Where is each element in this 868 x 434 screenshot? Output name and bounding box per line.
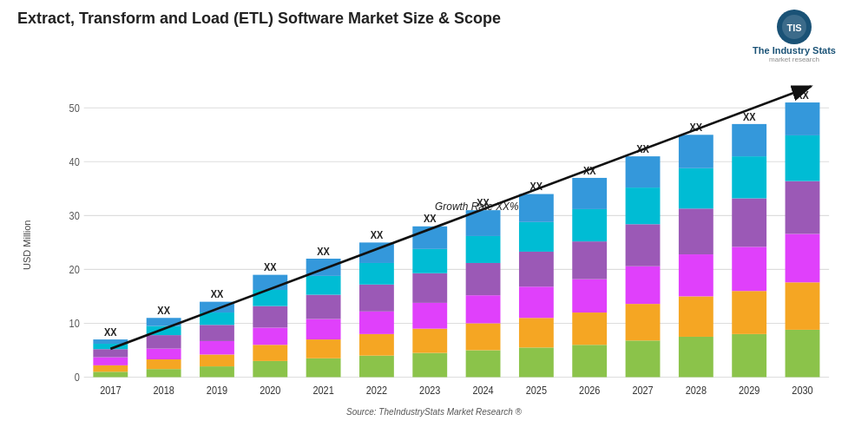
- svg-text:50: 50: [69, 102, 80, 114]
- svg-text:2019: 2019: [207, 385, 227, 397]
- svg-rect-97: [626, 266, 661, 304]
- svg-rect-113: [732, 247, 766, 291]
- svg-text:10: 10: [69, 318, 80, 329]
- svg-rect-15: [93, 372, 128, 377]
- svg-text:XX: XX: [371, 230, 384, 241]
- svg-rect-116: [732, 124, 766, 156]
- svg-rect-74: [466, 263, 501, 295]
- svg-rect-55: [359, 356, 394, 378]
- svg-rect-112: [732, 291, 766, 334]
- svg-rect-48: [306, 339, 341, 358]
- svg-rect-71: [466, 350, 501, 377]
- svg-text:2022: 2022: [366, 385, 387, 397]
- chart-title: Extract, Transform and Load (ETL) Softwa…: [17, 9, 729, 29]
- page: Extract, Transform and Load (ETL) Softwa…: [0, 0, 868, 434]
- y-axis-label: USD Million: [17, 67, 36, 405]
- svg-rect-79: [519, 347, 554, 377]
- svg-rect-121: [786, 233, 820, 282]
- svg-rect-72: [466, 323, 501, 350]
- svg-rect-24: [147, 359, 181, 369]
- svg-text:2024: 2024: [472, 385, 494, 397]
- svg-text:20: 20: [69, 264, 80, 275]
- svg-rect-92: [572, 178, 607, 209]
- svg-rect-44: [253, 275, 287, 290]
- svg-rect-41: [253, 327, 287, 345]
- svg-rect-103: [679, 337, 713, 378]
- svg-rect-107: [679, 168, 713, 209]
- svg-text:XX: XX: [157, 305, 170, 316]
- svg-rect-58: [359, 285, 394, 312]
- svg-text:30: 30: [69, 210, 80, 221]
- svg-rect-90: [572, 241, 607, 279]
- source-text: Source: TheIndustryStats Market Research…: [17, 407, 851, 417]
- svg-rect-31: [200, 366, 234, 377]
- svg-rect-50: [306, 295, 341, 319]
- svg-text:TIS: TIS: [786, 23, 801, 33]
- svg-text:2030: 2030: [792, 385, 812, 397]
- svg-text:2023: 2023: [419, 385, 440, 397]
- svg-text:2029: 2029: [739, 385, 760, 397]
- svg-rect-83: [519, 222, 554, 252]
- svg-text:2028: 2028: [686, 385, 707, 397]
- svg-rect-34: [200, 325, 234, 341]
- svg-rect-124: [786, 102, 820, 135]
- logo-name: The Industry Stats: [753, 45, 836, 56]
- header-row: Extract, Transform and Load (ETL) Softwa…: [17, 9, 851, 63]
- svg-text:XX: XX: [264, 262, 277, 273]
- svg-rect-108: [679, 135, 713, 168]
- svg-text:XX: XX: [743, 111, 756, 122]
- svg-rect-82: [519, 252, 554, 286]
- logo-icon: TIS: [776, 9, 812, 45]
- svg-text:2018: 2018: [154, 385, 174, 397]
- svg-text:40: 40: [69, 156, 80, 168]
- svg-rect-47: [306, 358, 341, 378]
- svg-rect-33: [200, 341, 234, 355]
- svg-rect-75: [466, 236, 501, 263]
- svg-rect-80: [519, 318, 554, 347]
- svg-rect-18: [93, 349, 128, 357]
- svg-text:2020: 2020: [260, 385, 280, 397]
- svg-rect-51: [306, 276, 341, 295]
- svg-text:XX: XX: [104, 326, 117, 338]
- svg-rect-120: [786, 282, 820, 330]
- svg-text:XX: XX: [211, 289, 224, 300]
- svg-text:2021: 2021: [312, 385, 333, 397]
- svg-rect-89: [572, 279, 607, 312]
- svg-rect-25: [147, 349, 181, 359]
- svg-rect-65: [412, 303, 447, 329]
- svg-rect-100: [626, 156, 661, 187]
- svg-rect-105: [679, 254, 713, 296]
- svg-rect-99: [626, 187, 661, 224]
- svg-rect-123: [786, 135, 820, 181]
- svg-rect-16: [93, 365, 128, 372]
- svg-rect-87: [572, 345, 607, 377]
- logo-area: TIS The Industry Stats market research: [738, 9, 851, 63]
- chart-area: USD Million 01020304050XX2017XX2018XX201…: [17, 67, 851, 405]
- svg-text:2027: 2027: [632, 385, 653, 397]
- svg-rect-106: [679, 208, 713, 254]
- svg-text:XX: XX: [317, 246, 330, 257]
- svg-rect-40: [253, 345, 287, 361]
- chart-plot: 01020304050XX2017XX2018XX2019XX2020XX202…: [45, 67, 846, 405]
- svg-rect-49: [306, 319, 341, 339]
- svg-rect-32: [200, 354, 234, 366]
- svg-rect-81: [519, 286, 554, 318]
- svg-rect-23: [147, 369, 181, 377]
- svg-text:2017: 2017: [100, 385, 121, 397]
- svg-rect-122: [786, 181, 820, 234]
- svg-rect-26: [147, 335, 181, 349]
- svg-rect-67: [412, 249, 447, 273]
- svg-text:2025: 2025: [526, 385, 547, 397]
- svg-rect-119: [786, 330, 820, 378]
- svg-rect-95: [626, 340, 661, 377]
- svg-text:XX: XX: [424, 214, 437, 225]
- svg-rect-104: [679, 296, 713, 337]
- chart-svg: 01020304050XX2017XX2018XX2019XX2020XX202…: [45, 67, 846, 405]
- svg-rect-63: [412, 353, 447, 378]
- svg-rect-66: [412, 273, 447, 303]
- svg-rect-73: [466, 295, 501, 323]
- svg-text:0: 0: [75, 372, 80, 383]
- svg-rect-17: [93, 358, 128, 365]
- svg-rect-114: [732, 199, 766, 247]
- logo-sub: market research: [769, 56, 819, 63]
